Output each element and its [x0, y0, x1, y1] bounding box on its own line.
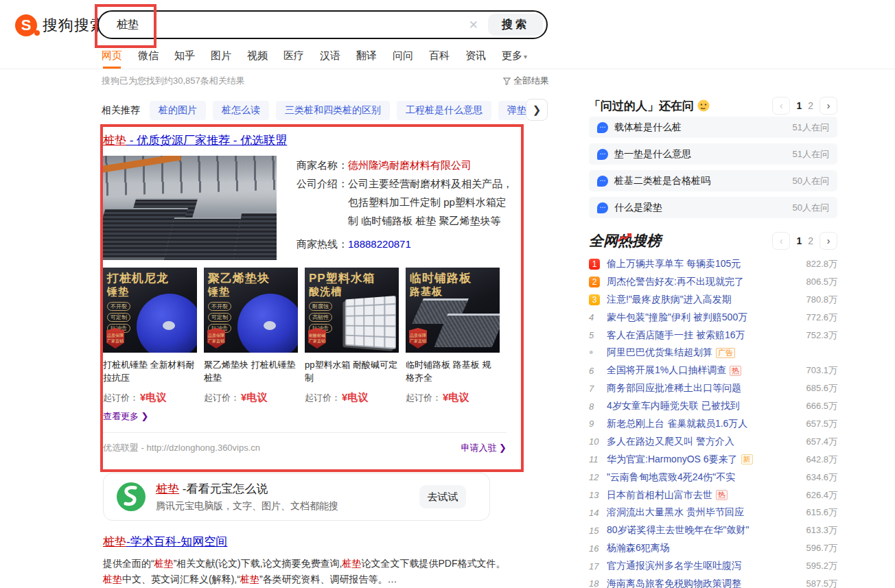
page-2[interactable]: 2: [808, 100, 813, 111]
hot-search-item[interactable]: 2 周杰伦警告好友:再不出现就完了 806.5万: [589, 273, 837, 291]
related-chip[interactable]: 三类桩和四类桩的区别: [276, 101, 390, 120]
rank-badge: 17: [589, 561, 603, 572]
yuanbao-card[interactable]: 桩垫 -看看元宝怎么说 腾讯元宝电脑版，文字、图片、文档都能搜 去试试: [103, 473, 490, 521]
hot-item-count: 613.3万: [806, 524, 837, 537]
ask-question-row[interactable]: ⋯ 垫一垫是什么意思 51人在问: [589, 143, 837, 165]
ad-title-rest: - 优质货源厂家推荐 - 优选联盟: [126, 134, 287, 147]
ad-photo[interactable]: [103, 156, 277, 260]
search-input[interactable]: 桩垫: [117, 18, 139, 32]
question-text: 载体桩是什么桩: [614, 121, 682, 134]
company-intro: 公司主要经营耐磨材料及相关产品，包括塑料加工件定制 pp塑料水箱定制 临时铺路板…: [348, 174, 515, 230]
product-card[interactable]: 聚乙烯垫块 锤垫 不开裂 可定制 抗冲击 品质保障厂家直销 聚乙烯垫块 打桩机锤…: [204, 268, 298, 404]
product-card[interactable]: 临时铺路板 路基板 品质保障厂家直销 临时铺路板 路基板 规格齐全: [406, 268, 500, 404]
related-chip[interactable]: 弹垫: [498, 101, 526, 120]
hot-search-list: 1 偷上万辆共享单车 每辆卖105元 822.8万 2 周杰伦警告好友:再不出现…: [589, 255, 837, 588]
filter-button[interactable]: 全部结果: [503, 75, 549, 87]
search-tab[interactable]: 更多▾: [502, 49, 527, 62]
view-more-link[interactable]: 查看更多 ❯: [103, 410, 149, 423]
product-caption: 聚乙烯垫块 打桩机锤垫 桩垫: [204, 358, 298, 384]
prev-page-button[interactable]: ‹: [772, 97, 790, 115]
related-next-button[interactable]: ❯: [526, 99, 548, 121]
ad-site-url: 优选联盟 - http://dzlonghong.360vips.cn: [103, 442, 260, 454]
hot-search-item[interactable]: 10 多人在路边又爬又叫 警方介入 657.4万: [589, 433, 837, 451]
hot-search-item[interactable]: 15 80岁诺奖得主去世晚年在华"敛财" 613.3万: [589, 521, 837, 539]
search-tab[interactable]: 医疗: [283, 49, 304, 62]
search-tab[interactable]: 网页: [102, 49, 122, 62]
rank-badge: 9: [589, 419, 603, 429]
hot-search-item[interactable]: 7 商务部回应批准稀土出口等问题 685.6万: [589, 379, 837, 397]
hot-item-text: 客人在酒店随手一挂 被索赔16万: [607, 329, 745, 342]
page-1[interactable]: 1: [796, 100, 802, 111]
ask-question-row[interactable]: ⋯ 什么是梁垫 50人在问: [589, 197, 837, 218]
hot-item-text: 杨瀚森6犯离场: [607, 542, 670, 554]
search-tab-label: 知乎: [174, 49, 195, 61]
related-chip[interactable]: 桩怎么读: [213, 101, 269, 120]
hot-search-item[interactable]: 18 海南离岛旅客免税购物政策调整 587.5万: [589, 575, 837, 588]
product-card[interactable]: 打桩机尼龙 锤垫 不开裂 可定制 抗冲击 品质保障厂家直销 打桩机锤垫 全新材料…: [103, 268, 197, 404]
hot-search-item[interactable]: 14 溶洞流出大量黑水 贵州毕节回应 615.6万: [589, 504, 837, 521]
apply-join-link[interactable]: 申请入驻 ❯: [461, 442, 507, 454]
hot-search-item[interactable]: 6 全国将开展1%人口抽样调查 热 703.1万: [589, 362, 837, 379]
hot-item-text: 商务部回应批准稀土出口等问题: [607, 382, 741, 395]
clear-icon[interactable]: ✕: [459, 18, 488, 32]
try-it-button[interactable]: 去试试: [419, 485, 466, 508]
ad-divider: [103, 432, 507, 433]
hot-item-tag: 新: [741, 454, 753, 464]
ad-title-link[interactable]: 桩垫 - 优质货源厂家推荐 - 优选联盟: [103, 132, 515, 148]
result-count: 搜狗已为您找到约30,857条相关结果: [102, 75, 245, 87]
hot-search-item[interactable]: 8 4岁女童车内睡觉失联 已被找到 666.5万: [589, 397, 837, 415]
hot-search-item[interactable]: 16 杨瀚森6犯离场 596.7万: [589, 539, 837, 557]
search-tab[interactable]: 翻译: [356, 49, 377, 62]
search-tab[interactable]: 资讯: [465, 49, 486, 62]
road-boards-art: [417, 296, 498, 349]
hot-item-text: 阿里巴巴优货集结超划算: [607, 346, 712, 359]
hot-item-tag: 广告: [716, 348, 735, 358]
related-chip[interactable]: 工程桩是什么意思: [397, 101, 491, 120]
result-snippet: 提供全面的“桩垫”相关文献(论文)下载,论文摘要免费查询,桩垫论文全文下载提供P…: [103, 556, 509, 587]
search-tab-label: 网页: [102, 49, 122, 61]
search-tab[interactable]: 知乎: [174, 49, 195, 62]
hot-item-text: 溶洞流出大量黑水 贵州毕节回应: [607, 506, 744, 519]
product-card[interactable]: PP塑料水箱 酸洗槽 耐腐蚀 高韧性 抗冲击 耐酸耐碱厂家直销 pp塑料水箱 耐…: [305, 268, 399, 404]
related-chip[interactable]: 桩的图片: [150, 101, 206, 120]
hot-search-item[interactable]: 1 偷上万辆共享单车 每辆卖105元 822.8万: [589, 255, 837, 273]
hotline-number[interactable]: 18888220871: [348, 235, 411, 253]
hot-search-item[interactable]: 3 注意!"最疼皮肤病"进入高发期 780.8万: [589, 291, 837, 309]
hot-search-item[interactable]: 4 蒙牛包装"撞脸"伊利 被判赔500万 772.6万: [589, 309, 837, 327]
hot-item-text: 80岁诺奖得主去世晚年在华"敛财": [607, 524, 749, 537]
asking-count: 50人在问: [793, 202, 829, 214]
hot-search-item[interactable]: 12 "云南鲁甸地震致4死24伤"不实 634.6万: [589, 469, 837, 486]
hot-search-item[interactable]: 13 日本前首相村山富市去世 热 626.4万: [589, 486, 837, 504]
search-box[interactable]: 桩垫 ✕ 搜索: [97, 10, 548, 39]
next-page-button[interactable]: ›: [820, 232, 837, 250]
search-tab[interactable]: 视频: [247, 49, 268, 62]
search-tab[interactable]: 问问: [393, 49, 413, 62]
ask-question-row[interactable]: ⋯ 载体桩是什么桩 51人在问: [589, 117, 837, 138]
prev-page-button[interactable]: ‹: [772, 232, 790, 250]
sogou-logo[interactable]: S 搜狗搜索: [15, 14, 106, 36]
hot-item-text: 注意!"最疼皮肤病"进入高发期: [607, 294, 732, 306]
chat-bubble-icon: ⋯: [597, 202, 608, 213]
yuanbao-title-link[interactable]: 桩垫 -看看元宝怎么说: [156, 481, 338, 497]
search-tab-label: 微信: [138, 49, 159, 61]
search-tab[interactable]: 汉语: [320, 49, 340, 62]
search-tab[interactable]: 图片: [211, 49, 231, 62]
hot-search-item[interactable]: • 阿里巴巴优货集结超划算 广告: [589, 344, 837, 362]
search-tab[interactable]: 微信: [138, 49, 159, 62]
result-title-link[interactable]: 桩垫-学术百科-知网空间: [103, 534, 509, 550]
hot-search-item[interactable]: 9 新老总刚上台 雀巢就裁员1.6万人 657.5万: [589, 415, 837, 433]
page-2[interactable]: 2: [808, 235, 813, 246]
hot-search-item[interactable]: 17 官方通报滨州多名学生呕吐腹泻 595.2万: [589, 557, 837, 575]
rank-badge: 15: [589, 526, 603, 536]
search-button[interactable]: 搜索: [488, 14, 543, 36]
search-tab[interactable]: 百科: [429, 49, 450, 62]
hot-item-count: 806.5万: [806, 276, 837, 288]
product-price: 起订价：¥电议: [406, 391, 500, 404]
search-tab-label: 视频: [247, 49, 268, 61]
ask-question-row[interactable]: ⋯ 桩基二类桩是合格桩吗 50人在问: [589, 170, 837, 191]
page-1[interactable]: 1: [796, 235, 802, 246]
search-tabs: 网页 微信 知乎 图片 视频 医疗 汉语: [102, 49, 527, 62]
next-page-button[interactable]: ›: [820, 97, 837, 115]
hot-search-item[interactable]: 11 华为官宣:HarmonyOS 6要来了 新 642.8万: [589, 451, 837, 469]
hot-search-item[interactable]: 5 客人在酒店随手一挂 被索赔16万 752.3万: [589, 327, 837, 344]
